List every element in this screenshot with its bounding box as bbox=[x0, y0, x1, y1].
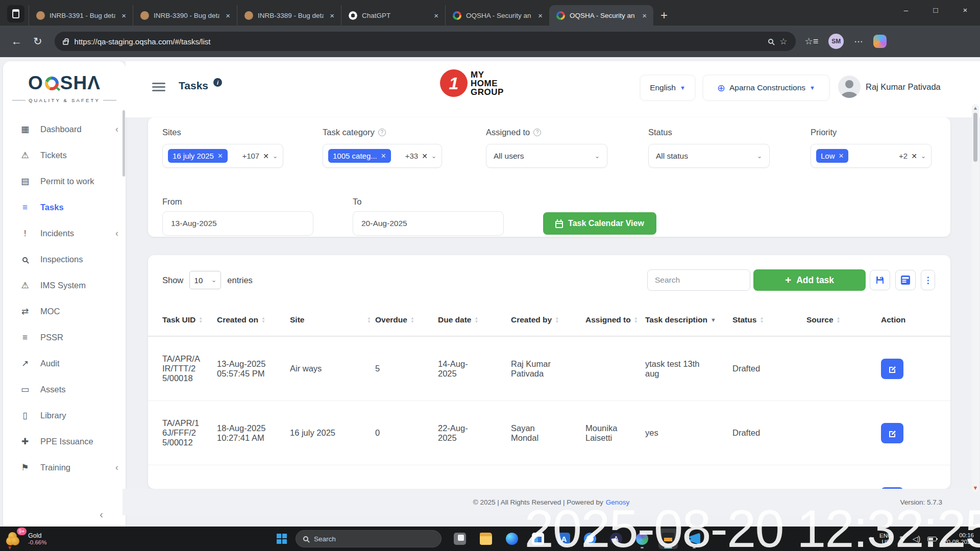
hidden-icons-chevron[interactable]: ^ bbox=[869, 535, 872, 543]
zoom-icon[interactable] bbox=[768, 36, 773, 46]
browser-tab-oqsha-1[interactable]: OQSHA - Security an × bbox=[445, 5, 549, 26]
scrollbar-thumb[interactable] bbox=[973, 113, 977, 162]
edit-task-button[interactable] bbox=[881, 359, 903, 379]
chevron-left-icon[interactable]: ‹ bbox=[115, 462, 118, 473]
column-header-due-date[interactable]: Due date▲▼ bbox=[438, 315, 511, 324]
page-size-select[interactable]: 10 ⌄ bbox=[189, 271, 221, 289]
sidebar-item-tasks[interactable]: ≡ Tasks bbox=[3, 194, 126, 220]
column-view-button[interactable] bbox=[895, 270, 916, 290]
column-header-created-by[interactable]: Created by▲▼ bbox=[511, 315, 585, 324]
column-header-task-uid[interactable]: Task UID▲▼ bbox=[162, 315, 217, 324]
sort-icon[interactable]: ▲▼ bbox=[837, 316, 841, 323]
from-date-input[interactable]: 13-Aug-2025 bbox=[162, 211, 313, 236]
column-header-assigned-to[interactable]: Assigned to▲▼ bbox=[585, 315, 645, 324]
assigned-to-select[interactable]: All users ⌄ bbox=[486, 144, 607, 168]
taskbar-app-blue-a[interactable]: A bbox=[554, 529, 574, 549]
address-bar[interactable]: https://qa-staging.oqsha.com/#/tasks/lis… bbox=[55, 32, 796, 51]
taskbar-app-active-browser[interactable] bbox=[658, 529, 678, 549]
sidebar-item-audit[interactable]: ↗ Audit bbox=[3, 350, 126, 377]
priority-multiselect[interactable]: Low✕ +2 ✕ ⌄ bbox=[811, 144, 932, 168]
sort-icon[interactable]: ▲▼ bbox=[199, 316, 203, 323]
sort-icon[interactable]: ▲▼ bbox=[261, 316, 265, 323]
scroll-up-icon[interactable]: ▲ bbox=[973, 105, 978, 111]
clear-all-icon[interactable]: ✕ bbox=[422, 152, 428, 160]
new-tab-button[interactable]: + bbox=[660, 10, 668, 20]
sort-icon[interactable]: ▲▼ bbox=[367, 316, 371, 323]
sort-icon[interactable]: ▲▼ bbox=[410, 316, 414, 323]
column-header-source[interactable]: Source▲▼ bbox=[806, 315, 881, 324]
sidebar-item-permit-to-work[interactable]: ▤ Permit to work bbox=[3, 168, 126, 194]
close-tab-icon[interactable]: × bbox=[432, 11, 440, 20]
copilot-icon[interactable] bbox=[873, 35, 887, 48]
help-icon[interactable]: ? bbox=[378, 129, 386, 136]
language-indicator[interactable]: ENG US bbox=[879, 533, 892, 545]
close-window-button[interactable]: × bbox=[950, 0, 980, 19]
browser-profile-avatar[interactable]: SM bbox=[828, 34, 844, 49]
browser-menu-icon[interactable]: ⋯ bbox=[854, 36, 863, 47]
taskbar-app-task-view[interactable] bbox=[450, 529, 470, 549]
powered-by-brand[interactable]: Genosy bbox=[606, 498, 630, 506]
bookmark-star-icon[interactable]: ☆ bbox=[779, 36, 787, 47]
weather-news-widget[interactable]: ▼ 9+ Gold -0.66% bbox=[6, 531, 108, 547]
browser-tab-2[interactable]: INRB-3390 - Bug deta × bbox=[133, 5, 237, 26]
sidebar-item-pssr[interactable]: ≡ PSSR bbox=[3, 324, 126, 350]
close-tab-icon[interactable]: × bbox=[328, 11, 336, 20]
user-menu[interactable]: Raj Kumar Pativada bbox=[838, 76, 941, 98]
taskbar-clock[interactable]: 00:16 20-08-2025 bbox=[944, 532, 974, 545]
sort-icon[interactable]: ▲▼ bbox=[760, 316, 764, 323]
battery-icon[interactable] bbox=[927, 537, 937, 541]
close-tab-icon[interactable]: × bbox=[641, 11, 648, 20]
export-save-button[interactable] bbox=[870, 270, 890, 290]
to-date-input[interactable]: 20-Aug-2025 bbox=[353, 211, 504, 236]
column-header-created-on[interactable]: Created on▲▼ bbox=[217, 315, 290, 324]
sort-icon[interactable]: ▲▼ bbox=[474, 316, 478, 323]
sites-multiselect[interactable]: 16 july 2025✕ +107 ✕ ⌄ bbox=[162, 144, 283, 168]
column-header-overdue[interactable]: Overdue▲▼ bbox=[375, 315, 438, 324]
help-icon[interactable]: ? bbox=[533, 129, 541, 136]
add-task-button[interactable]: + Add task bbox=[753, 269, 866, 291]
taskbar-app-dark-a[interactable]: A bbox=[606, 529, 626, 549]
sidebar-item-tickets[interactable]: ⚠ Tickets bbox=[3, 142, 126, 168]
browser-tab-oqsha-active[interactable]: OQSHA - Security an × bbox=[549, 5, 653, 26]
sidebar-item-dashboard[interactable]: ▦ Dashboard ‹ bbox=[3, 116, 126, 142]
sidebar-collapse-icon[interactable]: ‹ bbox=[100, 509, 103, 520]
sidebar-scrollbar[interactable] bbox=[122, 110, 125, 177]
clear-all-icon[interactable]: ✕ bbox=[263, 152, 269, 160]
minimize-button[interactable]: – bbox=[891, 0, 921, 19]
sidebar-item-assets[interactable]: ▭ Assets bbox=[3, 377, 126, 403]
sort-desc-icon[interactable]: ▼ bbox=[710, 317, 716, 323]
browser-tab-3[interactable]: INRB-3389 - Bug deta × bbox=[237, 5, 341, 26]
sort-icon[interactable]: ▲▼ bbox=[634, 316, 638, 323]
sidebar-item-library[interactable]: ▯ Library bbox=[3, 403, 126, 429]
remove-chip-icon[interactable]: ✕ bbox=[839, 152, 844, 160]
taskbar-app-vscode[interactable] bbox=[684, 529, 704, 549]
taskbar-search[interactable]: Search bbox=[296, 530, 442, 547]
chevron-left-icon[interactable]: ‹ bbox=[115, 228, 118, 239]
close-tab-icon[interactable]: × bbox=[536, 11, 544, 20]
task-calendar-view-button[interactable]: Task Calendar View bbox=[543, 212, 656, 235]
category-chip[interactable]: 1005 categ...✕ bbox=[328, 149, 391, 163]
maximize-button[interactable]: □ bbox=[921, 0, 950, 19]
site-chip[interactable]: 16 july 2025✕ bbox=[168, 149, 228, 163]
task-category-multiselect[interactable]: 1005 categ...✕ +33 ✕ ⌄ bbox=[323, 144, 442, 168]
sidebar-item-ims-system[interactable]: ⚠ IMS System bbox=[3, 272, 126, 298]
back-icon[interactable]: ← bbox=[11, 35, 22, 47]
chevron-left-icon[interactable]: ‹ bbox=[115, 124, 118, 135]
table-search-input[interactable] bbox=[647, 269, 750, 291]
taskbar-app-flower[interactable] bbox=[632, 529, 652, 549]
hamburger-menu-icon[interactable] bbox=[152, 81, 165, 93]
company-selector[interactable]: ⊕ Aparna Constructions ▼ bbox=[703, 76, 829, 100]
column-header-task-description[interactable]: Task description▼ bbox=[645, 315, 732, 324]
sidebar-item-training[interactable]: ⚑ Training ‹ bbox=[3, 455, 126, 481]
scroll-down-icon[interactable]: ▼ bbox=[973, 485, 978, 491]
volume-icon[interactable]: ◁) bbox=[913, 535, 920, 543]
close-tab-icon[interactable]: × bbox=[224, 11, 232, 20]
taskbar-app-edge[interactable] bbox=[502, 529, 522, 549]
priority-chip[interactable]: Low✕ bbox=[816, 149, 848, 163]
sort-icon[interactable]: ▲▼ bbox=[555, 316, 559, 323]
sidebar-item-inspections[interactable]: Inspections bbox=[3, 246, 126, 272]
browser-logo-icon[interactable] bbox=[7, 5, 24, 22]
sidebar-item-incidents[interactable]: ! Incidents ‹ bbox=[3, 220, 126, 246]
language-selector[interactable]: English ▼ bbox=[641, 76, 695, 100]
info-icon[interactable]: i bbox=[213, 78, 222, 87]
